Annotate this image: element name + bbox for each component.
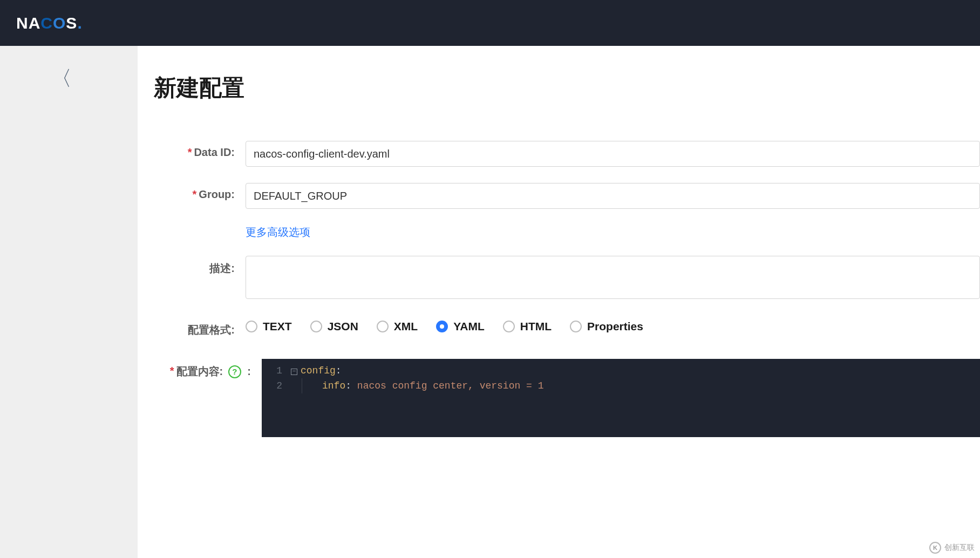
- app-header: NACOS.: [0, 0, 980, 46]
- sidebar: 〈: [0, 46, 138, 558]
- radio-json[interactable]: JSON: [310, 320, 358, 333]
- group-label: *Group:: [154, 183, 235, 201]
- radio-circle-icon: [246, 321, 257, 332]
- group-input[interactable]: [246, 183, 980, 209]
- form-row-data-id: *Data ID:: [138, 141, 980, 167]
- radio-circle-selected-icon: [436, 321, 448, 332]
- form-row-desc: 描述:: [138, 256, 980, 301]
- radio-circle-icon: [310, 321, 322, 332]
- more-options-link[interactable]: 更多高级选项: [138, 225, 980, 240]
- back-chevron-icon[interactable]: 〈: [51, 65, 138, 92]
- watermark-text: 创新互联: [944, 543, 975, 553]
- help-icon[interactable]: ?: [228, 365, 241, 378]
- line-number: 1: [262, 365, 288, 376]
- radio-yaml[interactable]: YAML: [436, 320, 485, 333]
- desc-textarea[interactable]: [246, 256, 980, 299]
- radio-properties[interactable]: Properties: [570, 320, 643, 333]
- radio-circle-icon: [503, 321, 515, 332]
- logo: NACOS.: [16, 14, 83, 32]
- radio-text[interactable]: TEXT: [246, 320, 292, 333]
- desc-label: 描述:: [154, 256, 235, 276]
- main-content: 新建配置 *Data ID: *Group: 更多高级选项 描述:: [138, 46, 980, 558]
- page-title: 新建配置: [138, 73, 980, 103]
- form-row-group: *Group:: [138, 183, 980, 209]
- radio-xml[interactable]: XML: [377, 320, 418, 333]
- code-editor[interactable]: 1 − config: 2 info: nacos config center,…: [262, 359, 980, 437]
- form-row-content: *配置内容: ? : 1 − config: 2 info: nacos con…: [138, 359, 980, 437]
- watermark-logo-icon: K: [929, 542, 941, 554]
- code-line: 1 − config:: [262, 359, 980, 378]
- content-label: *配置内容: ? :: [154, 359, 251, 379]
- radio-circle-icon: [570, 321, 582, 332]
- form-row-format: 配置格式: TEXT JSON XML: [138, 317, 980, 337]
- fold-toggle-icon[interactable]: −: [288, 367, 301, 375]
- data-id-label: *Data ID:: [154, 141, 235, 159]
- format-radio-group: TEXT JSON XML YAML: [246, 317, 980, 333]
- radio-html[interactable]: HTML: [503, 320, 552, 333]
- format-label: 配置格式:: [154, 317, 235, 337]
- line-number: 2: [262, 380, 288, 391]
- radio-circle-icon: [377, 321, 389, 332]
- data-id-input[interactable]: [246, 141, 980, 167]
- watermark: K 创新互联: [929, 542, 975, 554]
- code-line: 2 info: nacos config center, version = 1: [262, 378, 980, 393]
